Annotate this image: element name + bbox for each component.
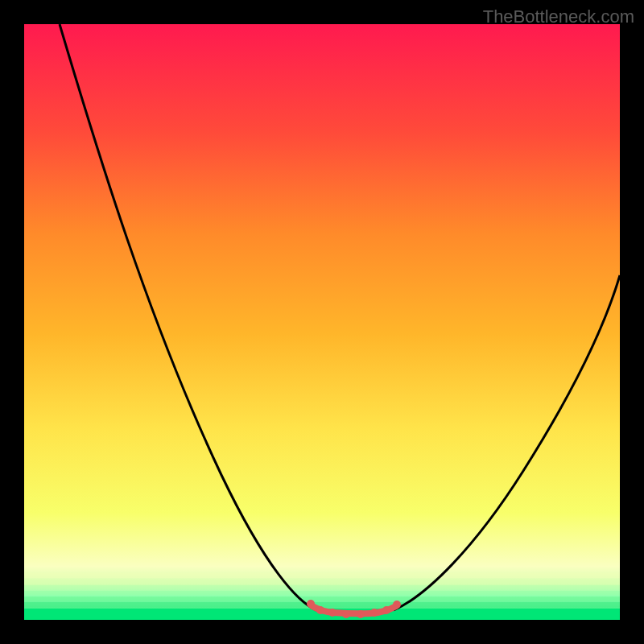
svg-rect-0	[24, 573, 620, 578]
svg-rect-4	[24, 597, 620, 601]
svg-point-13	[382, 606, 390, 614]
svg-point-11	[357, 610, 365, 618]
chart-container	[24, 24, 620, 620]
watermark-text: TheBottleneck.com	[483, 6, 634, 27]
svg-point-12	[370, 609, 378, 617]
gradient-background	[24, 24, 620, 620]
svg-point-14	[393, 601, 401, 609]
chart-svg	[24, 24, 620, 620]
svg-rect-1	[24, 580, 620, 584]
svg-point-9	[328, 609, 336, 617]
svg-point-8	[316, 606, 324, 614]
svg-rect-3	[24, 591, 620, 595]
svg-point-7	[307, 600, 315, 608]
svg-rect-2	[24, 585, 620, 589]
svg-rect-5	[24, 602, 620, 607]
svg-point-10	[342, 610, 350, 618]
